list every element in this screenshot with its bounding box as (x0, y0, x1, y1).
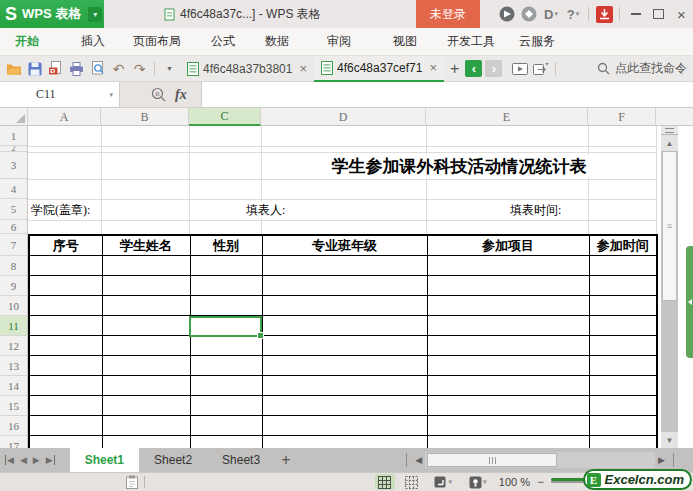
table-cell[interactable] (29, 336, 102, 356)
table-cell[interactable] (262, 276, 427, 296)
menu-tab-data[interactable]: 数据 (265, 33, 289, 50)
header-cell-gender[interactable]: 性别 (190, 235, 262, 256)
redo-icon[interactable]: ↷ (129, 58, 150, 80)
header-cell-seq[interactable]: 序号 (29, 235, 102, 256)
header-cell-project[interactable]: 参加项目 (427, 235, 589, 256)
fill-time-label[interactable]: 填表时间: (510, 202, 561, 218)
table-cell[interactable] (589, 356, 657, 376)
table-cell[interactable] (427, 336, 589, 356)
tab-back-button[interactable]: ‹ (465, 60, 482, 77)
table-cell[interactable] (190, 356, 262, 376)
name-box-caret-icon[interactable]: ▾ (109, 91, 113, 99)
worksheet-title[interactable]: 学生参加课外科技活动情况统计表 (262, 155, 656, 178)
table-cell[interactable] (29, 276, 102, 296)
close-button[interactable]: × (670, 0, 693, 28)
name-box[interactable]: C11 ▾ (0, 82, 120, 107)
wps-menu-caret-icon[interactable]: ▾ (88, 7, 102, 22)
table-cell[interactable] (190, 256, 262, 276)
table-cell[interactable] (190, 276, 262, 296)
scroll-right-icon[interactable]: ▶ (658, 455, 665, 465)
prev-sheet-icon[interactable]: ◀ (20, 455, 27, 465)
save-icon[interactable] (24, 58, 45, 80)
table-cell[interactable] (102, 296, 190, 316)
college-label[interactable]: 学院(盖章): (31, 202, 90, 218)
table-cell[interactable] (29, 376, 102, 396)
table-cell[interactable] (29, 356, 102, 376)
table-cell[interactable] (427, 256, 589, 276)
table-cell[interactable] (589, 396, 657, 416)
row-header-4[interactable]: 4 (0, 179, 27, 199)
table-cell[interactable] (589, 256, 657, 276)
minimize-button[interactable] (624, 0, 647, 28)
row-header-3[interactable]: 3 (0, 152, 27, 179)
row-header-13[interactable]: 13 (0, 356, 27, 376)
table-cell[interactable] (102, 356, 190, 376)
table-cell[interactable] (262, 336, 427, 356)
table-cell[interactable] (102, 416, 190, 436)
row-header-7[interactable]: 7 (0, 234, 27, 256)
row-header-14[interactable]: 14 (0, 376, 27, 396)
print-icon[interactable] (66, 58, 87, 80)
column-header-d[interactable]: D (261, 108, 426, 126)
horizontal-scrollbar[interactable]: ◀ ▶ (401, 452, 679, 468)
column-header-a[interactable]: A (28, 108, 101, 126)
table-cell[interactable] (589, 436, 657, 449)
table-cell[interactable] (29, 256, 102, 276)
table-cell[interactable] (190, 396, 262, 416)
row-header-6[interactable]: 6 (0, 220, 27, 234)
sheet-tab-2[interactable]: Sheet2 (139, 448, 207, 472)
table-cell[interactable] (190, 336, 262, 356)
sheet-tab-3[interactable]: Sheet3 (207, 448, 275, 472)
table-cell[interactable] (190, 296, 262, 316)
table-cell[interactable] (427, 356, 589, 376)
maximize-button[interactable] (647, 0, 670, 28)
normal-view-icon[interactable] (375, 474, 395, 490)
feedback-circle-icon[interactable] (496, 3, 518, 25)
table-cell[interactable] (262, 376, 427, 396)
table-cell[interactable] (262, 296, 427, 316)
new-tab-icon[interactable]: + (450, 60, 459, 78)
login-button[interactable]: 未登录 (416, 0, 480, 28)
print-preview-icon[interactable] (87, 58, 108, 80)
table-cell[interactable] (427, 296, 589, 316)
table-cell[interactable] (102, 396, 190, 416)
column-header-e[interactable]: E (426, 108, 588, 126)
table-cell[interactable] (427, 416, 589, 436)
open-file-icon[interactable] (3, 58, 24, 80)
play-window-icon[interactable] (509, 58, 530, 80)
row-header-15[interactable]: 15 (0, 396, 27, 416)
column-header-c[interactable]: C (189, 108, 261, 126)
vertical-scroll-thumb[interactable]: ≡ (662, 151, 677, 301)
zoom-out-icon[interactable]: − (537, 475, 544, 489)
table-cell[interactable] (102, 336, 190, 356)
search-replace-icon[interactable]: R (148, 84, 169, 106)
row-header-5[interactable]: 5 (0, 199, 27, 220)
table-cell[interactable] (589, 296, 657, 316)
add-sheet-icon[interactable]: + (281, 451, 290, 469)
vertical-scrollbar[interactable]: ▲ ≡ ▼ (661, 126, 678, 448)
table-cell[interactable] (427, 396, 589, 416)
table-cell[interactable] (427, 376, 589, 396)
header-cell-class[interactable]: 专业班年级 (262, 235, 427, 256)
undo-icon[interactable]: ↶ (108, 58, 129, 80)
menu-tab-cloud[interactable]: 云服务 (519, 33, 555, 50)
table-cell[interactable] (102, 436, 190, 449)
wps-logo[interactable]: S WPS 表格 ▾ (0, 0, 104, 28)
table-cell[interactable] (262, 356, 427, 376)
split-handle[interactable] (661, 126, 678, 135)
table-cell[interactable] (427, 276, 589, 296)
d-menu-icon[interactable]: D▾ (540, 3, 562, 25)
menu-tab-review[interactable]: 审阅 (327, 33, 351, 50)
export-pdf-icon[interactable] (45, 58, 66, 80)
table-cell[interactable] (262, 256, 427, 276)
menu-tab-formulas[interactable]: 公式 (211, 33, 235, 50)
side-panel-handle[interactable] (686, 246, 693, 358)
table-cell[interactable] (262, 436, 427, 449)
row-header-17[interactable]: 17 (0, 436, 27, 448)
row-header-9[interactable]: 9 (0, 276, 27, 296)
table-cell[interactable] (102, 376, 190, 396)
last-sheet-icon[interactable]: ▶ (46, 455, 55, 465)
doc-tab-1[interactable]: 4f6c48a37b3801 × (180, 56, 314, 82)
row-header-11[interactable]: 11 (0, 316, 27, 336)
menu-tab-insert[interactable]: 插入 (81, 33, 105, 50)
